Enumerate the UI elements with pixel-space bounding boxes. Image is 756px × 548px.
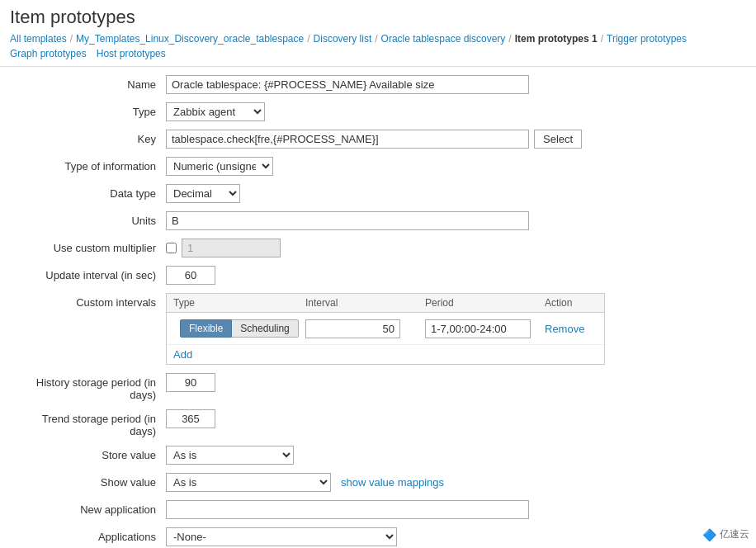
applications-select[interactable]: -None- — [166, 527, 397, 546]
new-app-input[interactable] — [166, 500, 529, 519]
history-input[interactable] — [166, 373, 215, 392]
separator-5: / — [601, 33, 603, 45]
store-value-row: Store value As is — [13, 446, 743, 465]
show-value-row: Show value As is show value mappings — [13, 473, 743, 492]
new-app-row: New application — [13, 500, 743, 519]
breadcrumb-my-templates[interactable]: My_Templates_Linux_Discovery_oracle_tabl… — [76, 33, 304, 45]
host-prototypes-link[interactable]: Host prototypes — [97, 48, 166, 59]
applications-control: -None- — [166, 527, 743, 546]
type-info-row: Type of information Numeric (unsigned) — [13, 157, 743, 176]
custom-multiplier-row: Use custom multiplier — [13, 239, 743, 257]
name-row: Name — [13, 75, 743, 94]
new-app-control — [166, 500, 743, 519]
breadcrumb-discovery-list[interactable]: Discovery list — [314, 33, 372, 45]
history-label: History storage period (in days) — [13, 373, 166, 401]
name-control — [166, 75, 743, 94]
new-app-label: New application — [13, 500, 166, 516]
trend-control — [166, 409, 743, 428]
show-value-control: As is show value mappings — [166, 473, 743, 492]
store-value-label: Store value — [13, 446, 166, 461]
key-control: Select — [166, 130, 743, 149]
form-container: Name Type Zabbix agent Key Select Type o… — [0, 67, 756, 548]
page-header: Item prototypes All templates / My_Templ… — [0, 0, 756, 67]
graph-prototypes-link[interactable]: Graph prototypes — [10, 48, 87, 59]
sub-nav: Graph prototypes Host prototypes — [10, 48, 746, 59]
scheduling-button[interactable]: Scheduling — [232, 319, 298, 338]
add-link[interactable]: Add — [173, 348, 192, 361]
toggle-group: Flexible Scheduling — [173, 316, 292, 341]
breadcrumb-item-prototypes: Item prototypes 1 — [515, 33, 598, 45]
update-interval-row: Update interval (in sec) — [13, 266, 743, 285]
interval-value-cell — [299, 316, 418, 342]
store-value-select[interactable]: As is — [166, 446, 294, 465]
col-action-header: Action — [538, 294, 604, 312]
show-value-mappings-link[interactable]: show value mappings — [341, 476, 444, 489]
col-type-header: Type — [167, 294, 299, 312]
type-row: Type Zabbix agent — [13, 102, 743, 121]
type-select[interactable]: Zabbix agent — [166, 102, 265, 121]
separator-4: / — [508, 33, 511, 45]
applications-label: Applications — [13, 527, 166, 543]
type-info-control: Numeric (unsigned) — [166, 157, 743, 176]
show-value-select[interactable]: As is — [166, 473, 331, 492]
custom-intervals-row: Custom intervals Type Interval Period Ac… — [13, 293, 743, 365]
units-row: Units — [13, 211, 743, 230]
col-interval-header: Interval — [299, 294, 418, 312]
units-control — [166, 211, 743, 230]
data-type-row: Data type Decimal — [13, 184, 743, 203]
remove-link[interactable]: Remove — [545, 323, 584, 335]
custom-intervals-label: Custom intervals — [13, 293, 166, 309]
watermark-logo: 🔷 — [702, 528, 716, 541]
data-type-select[interactable]: Decimal — [166, 184, 240, 203]
update-interval-label: Update interval (in sec) — [13, 266, 166, 281]
update-interval-input[interactable] — [166, 266, 215, 285]
store-value-control: As is — [166, 446, 743, 465]
breadcrumb-trigger-prototypes[interactable]: Trigger prototypes — [607, 33, 687, 45]
data-type-control: Decimal — [166, 184, 743, 203]
data-type-label: Data type — [13, 184, 166, 200]
separator-1: / — [70, 33, 73, 45]
period-value-input[interactable] — [425, 319, 531, 338]
update-interval-control — [166, 266, 743, 285]
separator-3: / — [375, 33, 377, 45]
flexible-button[interactable]: Flexible — [180, 319, 232, 338]
trend-label: Trend storage period (in days) — [13, 409, 166, 437]
custom-multiplier-checkbox[interactable] — [166, 243, 177, 253]
add-row: Add — [167, 345, 604, 364]
applications-row: Applications -None- — [13, 527, 743, 546]
type-label: Type — [13, 102, 166, 118]
key-select-button[interactable]: Select — [534, 130, 582, 149]
watermark-text: 亿速云 — [720, 527, 749, 541]
col-period-header: Period — [418, 294, 538, 312]
custom-multiplier-control — [166, 239, 743, 257]
page-title: Item prototypes — [10, 7, 746, 28]
custom-multiplier-label: Use custom multiplier — [13, 239, 166, 254]
interval-value-input[interactable] — [305, 319, 400, 338]
name-label: Name — [13, 75, 166, 91]
interval-type-cell: Flexible Scheduling — [167, 313, 299, 344]
custom-intervals-table: Type Interval Period Action Flexible Sch… — [166, 293, 605, 365]
breadcrumb: All templates / My_Templates_Linux_Disco… — [10, 33, 746, 45]
separator-2: / — [307, 33, 309, 45]
history-control — [166, 373, 743, 392]
units-input[interactable] — [166, 211, 529, 230]
multiplier-input[interactable] — [182, 239, 281, 257]
name-input[interactable] — [166, 75, 529, 94]
show-value-label: Show value — [13, 473, 166, 489]
breadcrumb-oracle-discovery[interactable]: Oracle tablespace discovery — [381, 33, 506, 45]
intervals-header: Type Interval Period Action — [167, 294, 604, 313]
breadcrumb-all-templates[interactable]: All templates — [10, 33, 67, 45]
key-row: Key Select — [13, 130, 743, 149]
type-info-select[interactable]: Numeric (unsigned) — [166, 157, 273, 176]
period-value-cell — [418, 316, 538, 342]
units-label: Units — [13, 211, 166, 227]
type-control: Zabbix agent — [166, 102, 743, 121]
trend-input[interactable] — [166, 409, 215, 428]
action-cell: Remove — [538, 319, 604, 338]
key-input[interactable] — [166, 130, 529, 149]
intervals-data-row: Flexible Scheduling Remove — [167, 313, 604, 345]
watermark: 🔷 亿速云 — [702, 527, 749, 541]
history-row: History storage period (in days) — [13, 373, 743, 401]
trend-row: Trend storage period (in days) — [13, 409, 743, 437]
key-label: Key — [13, 130, 166, 145]
